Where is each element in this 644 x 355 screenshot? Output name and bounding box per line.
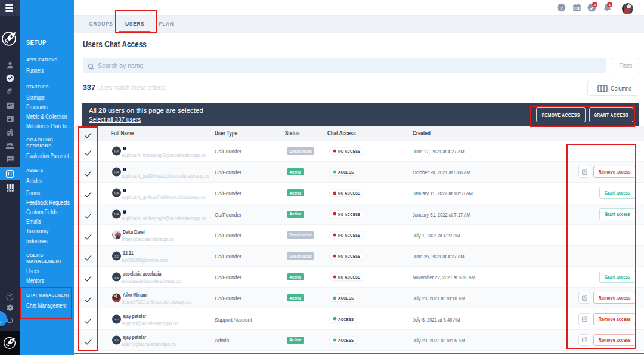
col-full-name: Full Name — [111, 126, 140, 141]
tab-plan[interactable]: PLAN — [154, 16, 178, 33]
sidebar-item-users[interactable]: Users — [26, 267, 42, 274]
remove-access-row-button[interactable]: Remove access — [593, 334, 636, 346]
row-checkbox[interactable] — [84, 169, 92, 175]
topbar: ? 2 1 — [74, 0, 644, 16]
user-email: acr33208@zwoho.com — [122, 257, 177, 263]
grant-access-button[interactable]: GRANT ACCESS — [589, 107, 633, 122]
table-row: NA applicant_qu4xqc7lu8@acceleratorapp.c… — [74, 183, 644, 203]
row-checkbox[interactable] — [84, 231, 92, 238]
remove-access-row-button[interactable]: Remove access — [593, 313, 636, 325]
sidebar-item-articles[interactable]: Articles — [26, 177, 47, 184]
row-checkbox[interactable] — [84, 190, 92, 196]
remove-access-button[interactable]: REMOVE ACCESS — [536, 107, 586, 122]
remove-access-row-button[interactable]: Remove access — [593, 292, 636, 304]
grant-access-row-button[interactable]: Grant access — [599, 187, 636, 199]
remove-access-row-button[interactable]: Remove access — [593, 166, 636, 178]
chat-settings-active-icon[interactable] — [0, 167, 20, 180]
row-checkbox[interactable] — [84, 274, 92, 280]
status-cell: Active — [287, 337, 307, 344]
notifications-badge: 1 — [607, 2, 612, 7]
avatar: NA — [112, 168, 121, 177]
select-all-link[interactable]: Select all 337 users — [89, 116, 141, 123]
icon-rail — [0, 0, 20, 355]
sidebar-item-programs[interactable]: Programs — [26, 103, 54, 110]
edit-user-button[interactable] — [578, 166, 590, 178]
main-area: ? 2 1 GROUPS USERS PLAN Users Chat Acces… — [74, 0, 644, 355]
user-type: Co/Founder — [215, 148, 244, 155]
sidebar-item-startups[interactable]: Startups — [26, 94, 49, 101]
edit-user-button[interactable] — [578, 334, 590, 346]
row-checkbox[interactable] — [84, 148, 92, 155]
row-actions: Grant access — [599, 208, 636, 220]
edit-user-button[interactable] — [578, 292, 590, 304]
chat-access-pill: NO ACCESS — [329, 231, 364, 239]
filters-button[interactable]: Filters — [612, 58, 639, 73]
user-email: demo0720#1#@acceleratorapp.co — [122, 299, 204, 305]
table-row: aa accelasia accelasia accelasia@acceler… — [74, 267, 644, 288]
tab-users[interactable]: USERS — [120, 16, 150, 33]
edit-pen-icon — [581, 169, 588, 175]
chat-access-cell: NO ACCESS — [329, 252, 371, 260]
search-input[interactable] — [98, 58, 599, 73]
sidebar-item-funnels[interactable]: Funnels — [26, 67, 48, 74]
chat-access-dot — [333, 212, 336, 216]
grant-access-row-button[interactable]: Grant access — [599, 271, 636, 283]
briefcase-icon[interactable] — [0, 113, 20, 125]
status-badge: Active — [287, 337, 304, 344]
columns-button[interactable]: Columns — [587, 81, 639, 96]
user-avatar[interactable] — [622, 3, 633, 14]
tab-groups[interactable]: GROUPS — [86, 16, 116, 33]
sidebar-item-taxonomy[interactable]: Taxonomy — [26, 227, 55, 234]
avatar — [112, 294, 121, 302]
sidebar-item-emails[interactable]: Emails — [26, 218, 45, 225]
table-header: Full Name User Type Status Chat Access C… — [74, 126, 644, 141]
sidebar-item-custom-fields[interactable]: Custom Fields — [26, 208, 66, 215]
help-icon[interactable] — [0, 291, 20, 302]
status-badge: Active — [287, 294, 304, 301]
sidebar-item-metric-collection[interactable]: Metric & Collection — [26, 113, 79, 120]
building-icon[interactable] — [0, 126, 20, 138]
table-row: ap ajay patidar support@acceleratorapp.c… — [74, 309, 644, 330]
selection-summary: All 20 users on this page are selected — [89, 107, 203, 114]
created-date: January 11, 2022 at 10:50 AM — [413, 190, 488, 196]
chat-access-cell: NO ACCESS — [329, 189, 371, 197]
select-all-checkbox[interactable] — [84, 131, 92, 137]
user-type: Co/Founder — [215, 190, 244, 196]
help-circle-icon[interactable]: ? — [557, 3, 566, 14]
status-badge: Deactivated — [287, 252, 314, 260]
row-checkbox[interactable] — [84, 295, 92, 301]
user-type: Co/Founder — [215, 211, 244, 217]
created-date: October 20, 2021 at 5:06 AM — [413, 169, 485, 175]
grant-access-row-button[interactable]: Grant access — [599, 208, 636, 220]
profile-icon[interactable] — [0, 59, 20, 71]
sidebar-item-industries[interactable]: Industries — [26, 237, 54, 245]
menu-icon[interactable] — [0, 0, 20, 16]
row-checkbox[interactable] — [84, 337, 92, 343]
sidebar-item-chat-management[interactable]: Chat Management — [26, 302, 78, 309]
avatar: NA — [112, 189, 121, 197]
row-checkbox[interactable] — [84, 211, 92, 217]
chat-access-label: NO ACCESS — [338, 191, 360, 195]
chat-access-dot — [333, 149, 336, 153]
user-type: Support Account — [215, 316, 256, 322]
calendar-icon[interactable] — [572, 3, 581, 14]
edit-user-button[interactable] — [578, 313, 590, 325]
row-checkbox[interactable] — [84, 253, 92, 260]
selection-banner: All 20 users on this page are selected S… — [82, 103, 639, 127]
footer-rocket-logo[interactable] — [0, 331, 20, 355]
sidebar-item-forms[interactable]: Forms — [26, 189, 44, 196]
chart-icon[interactable] — [0, 100, 20, 112]
chat-access-label: NO ACCESS — [338, 212, 360, 216]
app-logo-rocket-icon[interactable] — [1, 30, 17, 47]
app-window: SETUP APPLICATIONS Funnels STARTUPS Star… — [0, 0, 644, 355]
satellite-icon[interactable] — [0, 86, 20, 98]
columns-bars-icon[interactable] — [0, 181, 20, 193]
chat-bubble-icon[interactable] — [0, 153, 20, 165]
row-checkbox[interactable] — [84, 316, 92, 322]
chat-access-cell: ACCESS — [329, 168, 363, 176]
team-icon[interactable] — [0, 140, 20, 152]
edit-pen-icon — [581, 295, 588, 301]
chat-access-dot — [333, 275, 336, 279]
check-circle-icon[interactable] — [0, 72, 20, 84]
sidebar-item-mentors[interactable]: Mentors — [26, 277, 49, 284]
